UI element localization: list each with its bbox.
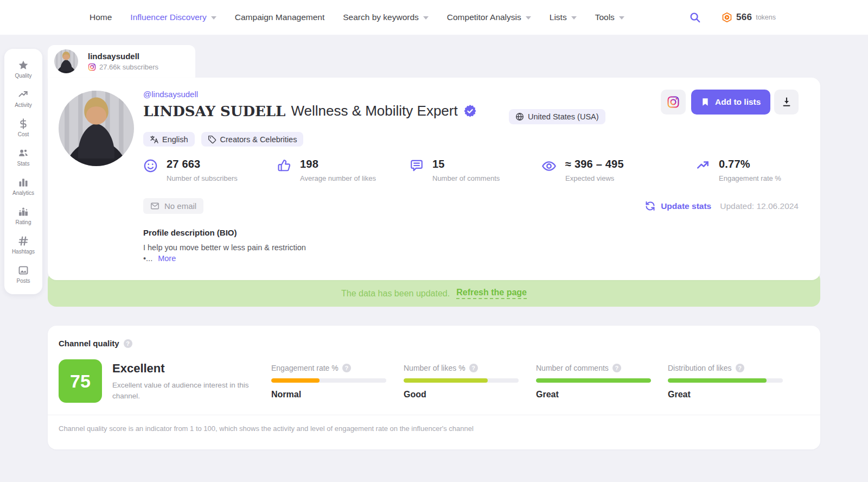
refresh-page-link[interactable]: Refresh the page	[456, 288, 527, 299]
trending-up-icon	[696, 158, 710, 182]
download-icon	[781, 97, 792, 107]
banner-message: The data has been updated.	[341, 289, 450, 299]
verified-badge-icon	[463, 104, 477, 118]
envelope-icon	[150, 201, 159, 211]
sidebar-item-stats[interactable]: Stats	[4, 142, 42, 172]
bio-text: I help you move better w less pain & res…	[143, 243, 306, 252]
chevron-down-icon	[526, 16, 531, 20]
nav-influencer-discovery[interactable]: Influencer Discovery	[130, 12, 216, 22]
stat-likes: 198 Average number of likes	[277, 158, 376, 182]
help-icon[interactable]: ?	[469, 364, 478, 372]
bio-more-link[interactable]: More	[158, 254, 176, 263]
update-stats-button[interactable]: Update stats	[644, 200, 711, 212]
bio-text-truncated: •...	[143, 254, 152, 263]
smiley-icon	[143, 158, 158, 182]
metric-bar-track	[668, 378, 783, 383]
refresh-icon	[644, 200, 656, 212]
sidebar-item-rating[interactable]: Rating	[4, 201, 42, 230]
instagram-link-button[interactable]	[661, 90, 686, 115]
category-badge: Creators & Celebrities	[201, 132, 304, 147]
nav-campaign-management[interactable]: Campaign Management	[235, 12, 324, 22]
metric-bar-track	[404, 378, 519, 383]
globe-icon	[515, 112, 524, 121]
sidebar-item-analytics[interactable]: Analytics	[4, 172, 42, 201]
metric-comments: Number of comments? Great	[536, 364, 651, 399]
profile-handle-link[interactable]: @lindsaysudell	[143, 90, 198, 99]
trending-up-icon	[18, 89, 29, 100]
nav-items: Home Influencer Discovery Campaign Manag…	[90, 12, 624, 22]
sidebar-item-activity[interactable]: Activity	[4, 84, 42, 113]
tokens-unit: tokens	[756, 14, 776, 21]
bio-title: Profile description (BIO)	[143, 228, 237, 237]
stat-expected-views: ≈ 396 – 495 Expected views	[541, 158, 624, 182]
image-icon	[18, 265, 29, 276]
help-icon[interactable]: ?	[736, 364, 744, 372]
people-icon	[18, 148, 29, 158]
download-report-button[interactable]	[774, 90, 799, 115]
help-icon[interactable]: ?	[342, 364, 351, 372]
country-badge: United States (USA)	[509, 109, 605, 124]
top-nav: Home Influencer Discovery Campaign Manag…	[0, 0, 868, 35]
hashtag-icon	[18, 236, 29, 246]
divider	[48, 415, 820, 415]
tab-subscribers: 27.66k subscribers	[99, 63, 158, 71]
updated-date: Updated: 12.06.2024	[720, 201, 799, 211]
avatar	[54, 49, 78, 73]
star-icon	[18, 60, 29, 71]
nav-competitor-analysis[interactable]: Competitor Analysis	[447, 12, 531, 22]
thumb-up-icon	[277, 158, 291, 182]
podium-icon	[18, 206, 29, 217]
metric-bar-fill	[404, 378, 488, 383]
avatar	[59, 91, 134, 166]
tokens-count: 566	[736, 12, 752, 23]
chevron-down-icon	[211, 16, 216, 20]
sidebar-item-hashtags[interactable]: Hashtags	[4, 230, 42, 259]
search-icon[interactable]	[689, 11, 701, 23]
nav-lists[interactable]: Lists	[550, 12, 577, 22]
token-icon	[722, 12, 732, 23]
bar-chart-icon	[18, 177, 29, 188]
profile-card: @lindsaysudell LINDSAY SUDELL Wellness &…	[48, 78, 820, 280]
metric-bar-track	[271, 378, 386, 383]
quality-description: Excellent value of audience interest in …	[112, 380, 249, 401]
stat-engagement-rate: 0.77% Engagement rate %	[696, 158, 781, 182]
chevron-down-icon	[571, 16, 577, 20]
metric-bar-fill	[271, 378, 320, 383]
tag-icon	[208, 135, 216, 144]
comment-icon	[410, 158, 424, 182]
profile-name: Wellness & Mobility Expert	[291, 103, 457, 119]
quality-footnote: Channel quality score is an indicator fr…	[59, 424, 474, 433]
nav-search-by-keywords[interactable]: Search by keywords	[343, 12, 429, 22]
metric-bar-fill	[536, 378, 651, 383]
email-chip: No email	[143, 198, 203, 214]
metric-likes: Number of likes %? Good	[404, 364, 519, 399]
stat-comments: 15 Number of comments	[410, 158, 500, 182]
add-to-lists-button[interactable]: Add to lists	[691, 90, 770, 115]
tokens-balance[interactable]: 566 tokens	[722, 12, 776, 23]
language-icon	[150, 135, 158, 144]
language-badge: English	[143, 132, 195, 147]
metric-engagement-rate: Engagement rate %? Normal	[271, 364, 386, 399]
sidebar-item-quality[interactable]: Quality	[4, 54, 42, 84]
sidebar-item-cost[interactable]: Cost	[4, 113, 42, 142]
chevron-down-icon	[619, 16, 624, 20]
quality-score-badge: 75	[59, 359, 102, 403]
metric-likes-distribution: Distribution of likes? Great	[668, 364, 783, 399]
channel-quality-card: Channel quality ? 75 Excellent Excellent…	[48, 326, 820, 449]
metric-bar-fill	[668, 378, 767, 383]
tab-username: lindsaysudell	[88, 52, 158, 61]
channel-quality-title: Channel quality	[59, 339, 119, 348]
profile-name-styled: LINDSAY SUDELL	[143, 103, 285, 119]
help-icon[interactable]: ?	[124, 339, 132, 348]
chevron-down-icon	[423, 16, 429, 20]
quality-rating: Excellent	[112, 362, 165, 376]
profile-tab[interactable]: lindsaysudell 27.66k subscribers	[48, 45, 195, 78]
bookmark-icon	[701, 97, 710, 107]
nav-tools[interactable]: Tools	[595, 12, 624, 22]
nav-home[interactable]: Home	[90, 12, 112, 22]
instagram-icon	[88, 63, 96, 71]
dollar-icon	[18, 118, 29, 129]
stat-subscribers: 27 663 Number of subscribers	[143, 158, 238, 182]
sidebar-item-posts[interactable]: Posts	[4, 259, 42, 289]
help-icon[interactable]: ?	[612, 364, 621, 372]
